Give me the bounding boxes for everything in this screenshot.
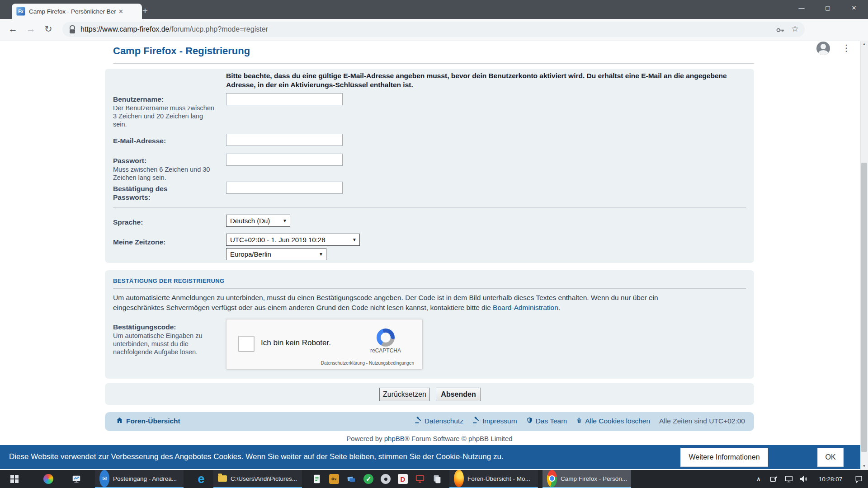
password-label: Passwort: <box>113 156 146 165</box>
pinned-remote-monitor-icon[interactable] <box>415 474 425 484</box>
tab-strip: Fx Camp Firefox - Persönlicher Berei ✕ +… <box>0 0 868 19</box>
confirmation-text: Um automatisierte Anmeldungen zu unterbi… <box>113 293 696 313</box>
forum-index-link[interactable]: Foren-Übersicht <box>116 417 180 426</box>
recaptcha-checkbox[interactable] <box>238 336 255 352</box>
username-label: Benutzername: <box>113 95 164 103</box>
tab-close-icon[interactable]: ✕ <box>118 8 123 15</box>
presentation-chart-icon[interactable] <box>71 474 81 484</box>
datenschutz-link[interactable]: Datenschutz <box>415 417 463 426</box>
pinned-cards-icon[interactable] <box>346 474 356 484</box>
confirmation-heading: BESTÄTIGUNG DER REGISTRIERUNG <box>113 277 224 284</box>
reset-button[interactable]: Zurücksetzen <box>379 388 430 401</box>
pinned-d-tool-icon[interactable]: D <box>398 474 408 484</box>
impressum-link[interactable]: Impressum <box>472 417 517 426</box>
scrollbar-up-icon[interactable]: ▲ <box>860 41 868 48</box>
cookie-banner-message: Diese Website verwendet zur Verbesserung… <box>9 452 504 461</box>
username-input[interactable] <box>226 93 343 105</box>
submit-button[interactable]: Absenden <box>436 388 481 401</box>
title-divider <box>113 63 754 64</box>
tray-volume-icon[interactable] <box>797 470 810 488</box>
das-team-link[interactable]: Das Team <box>526 417 567 426</box>
cookie-ok-button[interactable]: OK <box>817 448 844 467</box>
pinned-files-icon[interactable] <box>432 474 442 484</box>
delete-cookies-link[interactable]: Alle Cookies löschen <box>576 417 650 426</box>
profile-avatar[interactable] <box>816 42 830 55</box>
browser-menu-kebab-icon[interactable]: ⋮ <box>842 42 851 53</box>
bookmark-star-icon[interactable]: ☆ <box>791 23 799 34</box>
confirm-code-label: Bestätigungscode: <box>113 323 176 331</box>
language-label: Sprache: <box>113 218 143 226</box>
registration-intro-text: Bitte beachte, dass du eine gültige E-Ma… <box>226 71 746 89</box>
trash-icon <box>576 417 582 426</box>
board-administration-link[interactable]: Board-Administration <box>493 304 558 311</box>
photos-pinwheel-icon[interactable] <box>43 474 53 484</box>
registration-form-panel: Bitte beachte, dass du eine gültige E-Ma… <box>105 69 754 263</box>
tray-network-icon[interactable] <box>782 470 796 488</box>
cookie-banner: Diese Website verwendet zur Verbesserung… <box>0 445 860 469</box>
taskbar-task-mail[interactable]: ✉ Posteingang - Andrea... <box>95 470 184 488</box>
taskbar-task-firefox[interactable]: Foren-Übersicht - Mo... <box>449 470 538 488</box>
scrollbar-thumb[interactable] <box>861 163 867 452</box>
more-information-button[interactable]: Weitere Informationen <box>680 448 768 467</box>
shield-icon <box>526 417 533 426</box>
thunderbird-icon: ✉ <box>99 470 109 487</box>
start-button[interactable] <box>4 470 25 488</box>
taskbar-clock[interactable]: 10:28:07 <box>812 470 849 488</box>
recaptcha-logo-icon <box>377 328 395 347</box>
window-maximize-button[interactable]: ▢ <box>815 0 841 15</box>
action-center-icon[interactable] <box>852 470 865 488</box>
home-icon <box>116 417 123 426</box>
email-input[interactable] <box>226 134 343 146</box>
password-confirm-input[interactable] <box>226 182 343 194</box>
scrollbar-down-icon[interactable]: ▼ <box>860 463 868 470</box>
select-arrow-icon: ▼ <box>352 237 357 242</box>
browser-tab[interactable]: Fx Camp Firefox - Persönlicher Berei ✕ <box>12 4 142 19</box>
folder-icon <box>218 475 227 482</box>
browser-toolbar: ← → ↻ https://www.camp-firefox.de/forum/… <box>0 19 868 41</box>
pinned-document-icon[interactable] <box>312 474 322 484</box>
powered-by-text: Powered by phpBB® Forum Software © phpBB… <box>105 435 754 442</box>
tray-tablet-pen-icon[interactable] <box>767 470 780 488</box>
firefox-icon <box>454 470 464 487</box>
username-note: Der Benutzername muss zwischen 3 Zeichen… <box>113 104 216 128</box>
times-note: Alle Zeiten sind UTC+02:00 <box>659 417 745 425</box>
reload-icon[interactable]: ↻ <box>44 23 52 34</box>
timezone-city-select[interactable]: Europa/Berlin ▼ <box>226 248 326 260</box>
pinned-disc-icon[interactable] <box>381 474 391 484</box>
pinned-antivirus-check-icon[interactable]: ✓ <box>363 474 373 484</box>
new-tab-button[interactable]: + <box>139 5 151 17</box>
email-label: E-Mail-Adresse: <box>113 136 166 145</box>
lock-icon <box>70 25 75 33</box>
recaptcha-legal-links[interactable]: Datenschutzerklärung - Nutzungsbedingung… <box>321 361 414 366</box>
pinned-keepass-key-icon[interactable] <box>329 474 339 484</box>
taskbar-task-folder[interactable]: C:\Users\Andi\Pictures... <box>213 470 302 488</box>
password-key-icon[interactable] <box>776 25 785 36</box>
timezone-label: Meine Zeitzone: <box>113 238 165 246</box>
window-close-button[interactable]: ✕ <box>841 0 867 15</box>
language-select[interactable]: Deutsch (Du) ▼ <box>226 215 290 227</box>
timezone-select[interactable]: UTC+02:00 - 1. Jun 2019 10:28 ▼ <box>226 234 360 246</box>
taskbar-edge-button[interactable]: e <box>192 470 211 488</box>
phpbb-link[interactable]: phpBB <box>384 435 405 442</box>
recaptcha-label: Ich bin kein Roboter. <box>261 338 331 347</box>
password-input[interactable] <box>226 154 343 166</box>
url-bar[interactable]: https://www.camp-firefox.de/forum/ucp.ph… <box>62 22 805 37</box>
taskbar-task-chrome[interactable]: Camp Firefox - Persön... <box>542 470 631 488</box>
password-confirm-label: Bestätigung des Passworts: <box>113 184 203 202</box>
taskbar: ✉ Posteingang - Andrea... e C:\Users\And… <box>0 470 868 488</box>
page-title: Camp Firefox - Registrierung <box>113 45 250 57</box>
tray-chevron-icon[interactable]: ∧ <box>752 470 765 488</box>
password-note: Muss zwischen 6 Zeichen und 30 Zeichen l… <box>113 165 218 182</box>
footer-navbar: Foren-Übersicht Datenschutz Impressum Da… <box>105 412 754 431</box>
back-icon[interactable]: ← <box>8 23 18 34</box>
submit-panel: Zurücksetzen Absenden <box>105 383 754 405</box>
confirm-code-note: Um automatische Eingaben zu unterbinden,… <box>113 332 220 356</box>
chrome-icon <box>547 470 557 487</box>
tab-title: Camp Firefox - Persönlicher Berei <box>29 8 116 15</box>
forward-icon: → <box>26 23 36 34</box>
gavel-icon <box>415 417 422 426</box>
recaptcha-brand: reCAPTCHA <box>368 347 404 354</box>
screen: Fx Camp Firefox - Persönlicher Berei ✕ +… <box>0 0 868 488</box>
select-arrow-icon: ▼ <box>319 252 323 257</box>
window-minimize-button[interactable]: — <box>788 0 815 15</box>
